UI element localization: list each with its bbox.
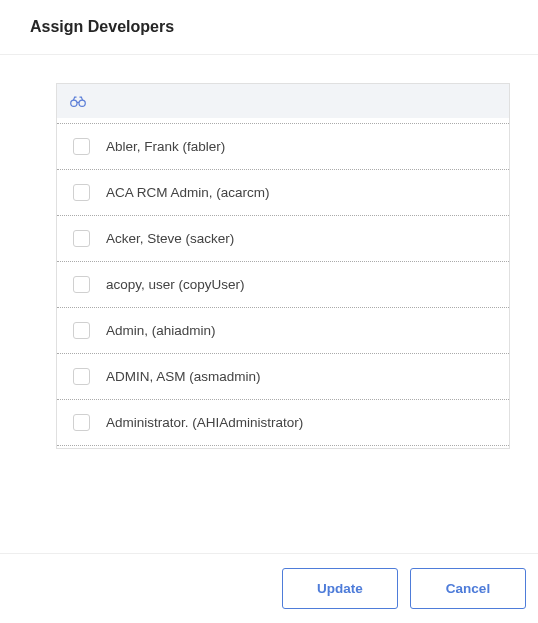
checkbox[interactable] [73,138,90,155]
list-item[interactable]: Administrator. (AHIAdministrator) [57,400,509,446]
list-item-label: Administrator. (AHIAdministrator) [106,415,303,430]
checkbox[interactable] [73,276,90,293]
list-item[interactable]: ACA RCM Admin, (acarcm) [57,170,509,216]
checkbox[interactable] [73,230,90,247]
svg-point-1 [79,100,85,106]
checkbox[interactable] [73,322,90,339]
developer-list[interactable]: Abler, Frank (fabler) ACA RCM Admin, (ac… [57,118,509,448]
list-item-label: ACA RCM Admin, (acarcm) [106,185,270,200]
list-item[interactable]: Acker, Steve (sacker) [57,216,509,262]
list-item[interactable]: ADMIN, ASM (asmadmin) [57,354,509,400]
search-bar[interactable] [57,84,509,118]
list-item[interactable]: Admin, (ahiadmin) [57,308,509,354]
list-item-label: Acker, Steve (sacker) [106,231,234,246]
developer-list-panel: Abler, Frank (fabler) ACA RCM Admin, (ac… [56,83,510,449]
list-item[interactable]: acopy, user (copyUser) [57,262,509,308]
checkbox[interactable] [73,414,90,431]
page-title: Assign Developers [30,18,508,36]
list-item[interactable]: Abler, Frank (fabler) [57,123,509,170]
update-button[interactable]: Update [282,568,398,609]
dialog-header: Assign Developers [0,0,538,55]
list-item-label: ADMIN, ASM (asmadmin) [106,369,261,384]
cancel-button[interactable]: Cancel [410,568,526,609]
dialog-body: Abler, Frank (fabler) ACA RCM Admin, (ac… [0,55,538,449]
list-item-label: Abler, Frank (fabler) [106,139,225,154]
list-item-label: acopy, user (copyUser) [106,277,245,292]
dialog-footer: Update Cancel [0,553,538,623]
checkbox[interactable] [73,184,90,201]
list-item-label: Admin, (ahiadmin) [106,323,216,338]
svg-point-0 [71,100,77,106]
checkbox[interactable] [73,368,90,385]
binoculars-icon [69,94,87,108]
